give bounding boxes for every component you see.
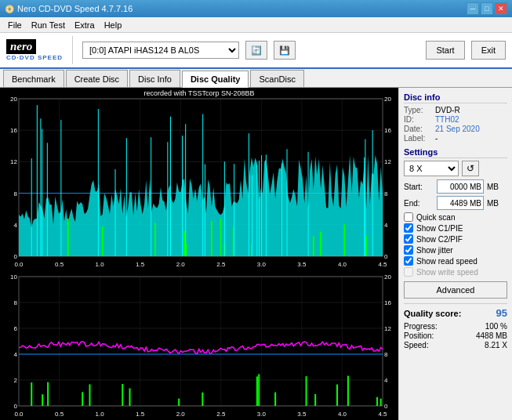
disc-label-row: Label: - <box>404 134 507 143</box>
speed-value: 8.21 X <box>485 341 507 349</box>
type-value: DVD-R <box>435 106 460 114</box>
show-read-speed-checkbox[interactable] <box>404 256 413 266</box>
title-bar-controls: ─ □ ✕ <box>467 2 507 15</box>
drive-refresh-button[interactable]: 🔄 <box>245 41 267 60</box>
tab-bar: Benchmark Create Disc Disc Info Disc Qua… <box>0 69 512 88</box>
show-c2pif-row: Show C2/PIF <box>404 234 507 244</box>
show-c2pif-checkbox[interactable] <box>404 234 413 244</box>
type-label: Type: <box>404 106 434 114</box>
position-value: 4488 MB <box>476 331 507 340</box>
label-value: - <box>435 134 438 143</box>
quality-score-row: Quality score: 95 <box>404 303 507 319</box>
end-label: End: <box>404 199 434 208</box>
quality-score-value: 95 <box>496 307 507 319</box>
speed-row: 8 X 4 X 2 X Max ↺ <box>404 161 507 176</box>
show-write-speed-label: Show write speed <box>416 268 478 277</box>
end-input[interactable] <box>437 196 484 210</box>
start-input[interactable] <box>437 179 484 194</box>
show-jitter-checkbox[interactable] <box>404 245 413 255</box>
show-c1pie-row: Show C1/PIE <box>404 223 507 233</box>
save-button[interactable]: 💾 <box>274 41 296 60</box>
header: nero CD·DVD SPEED [0:0] ATAPI iHAS124 B … <box>0 33 512 69</box>
start-unit: MB <box>487 183 499 191</box>
menu-help[interactable]: Help <box>100 19 127 31</box>
date-value: 21 Sep 2020 <box>435 125 480 133</box>
show-jitter-label: Show jitter <box>416 246 453 255</box>
tab-create-disc[interactable]: Create Disc <box>66 70 128 87</box>
end-row: End: MB <box>404 196 507 210</box>
main-content: Disc info Type: DVD-R ID: TTH02 Date: 21… <box>0 88 512 420</box>
show-read-speed-label: Show read speed <box>416 257 478 266</box>
end-unit: MB <box>487 199 499 208</box>
maximize-button[interactable]: □ <box>481 2 493 15</box>
title-bar-left: 📀 Nero CD-DVD Speed 4.7.7.16 <box>5 4 133 13</box>
show-c1pie-checkbox[interactable] <box>404 223 413 233</box>
quick-scan-checkbox[interactable] <box>404 212 413 222</box>
settings-title: Settings <box>404 147 507 158</box>
disc-type-row: Type: DVD-R <box>404 106 507 114</box>
settings-section: Settings 8 X 4 X 2 X Max ↺ Start: MB End… <box>404 147 507 299</box>
chart-area <box>0 88 398 420</box>
right-panel: Disc info Type: DVD-R ID: TTH02 Date: 21… <box>398 88 512 420</box>
menu-bar: File Run Test Extra Help <box>0 17 512 33</box>
show-write-speed-checkbox[interactable] <box>404 267 413 277</box>
exit-button[interactable]: Exit <box>471 41 506 60</box>
show-c1pie-label: Show C1/PIE <box>416 224 463 233</box>
position-row: Position: 4488 MB <box>404 331 507 340</box>
minimize-button[interactable]: ─ <box>467 2 479 15</box>
quality-score-label: Quality score: <box>404 309 461 318</box>
menu-extra[interactable]: Extra <box>70 19 100 31</box>
start-button[interactable]: Start <box>426 41 464 60</box>
nero-sublogo: CD·DVD SPEED <box>6 54 63 61</box>
speed-row-prog: Speed: 8.21 X <box>404 341 507 349</box>
show-jitter-row: Show jitter <box>404 245 507 255</box>
main-chart-canvas <box>0 88 398 420</box>
label-label: Label: <box>404 134 434 143</box>
progress-label: Progress: <box>404 322 438 331</box>
speed-label: Speed: <box>404 341 429 349</box>
menu-file[interactable]: File <box>3 19 27 31</box>
start-row: Start: MB <box>404 179 507 194</box>
tab-disc-info[interactable]: Disc Info <box>129 70 180 87</box>
disc-date-row: Date: 21 Sep 2020 <box>404 125 507 133</box>
disc-id-row: ID: TTH02 <box>404 115 507 124</box>
id-value: TTH02 <box>435 115 459 124</box>
start-label: Start: <box>404 183 434 191</box>
speed-select[interactable]: 8 X 4 X 2 X Max <box>404 161 459 176</box>
menu-run-test[interactable]: Run Test <box>27 19 70 31</box>
progress-row: Progress: 100 % <box>404 322 507 331</box>
quick-scan-row: Quick scan <box>404 212 507 222</box>
title-bar: 📀 Nero CD-DVD Speed 4.7.7.16 ─ □ ✕ <box>0 0 512 17</box>
tab-scan-disc[interactable]: ScanDisc <box>250 70 303 87</box>
tab-benchmark[interactable]: Benchmark <box>3 70 64 87</box>
advanced-button[interactable]: Advanced <box>404 281 507 299</box>
drive-select[interactable]: [0:0] ATAPI iHAS124 B AL0S <box>82 42 239 59</box>
progress-section: Progress: 100 % Position: 4488 MB Speed:… <box>404 322 507 349</box>
disc-info-title: Disc info <box>404 92 507 103</box>
nero-logo-area: nero CD·DVD SPEED <box>6 39 63 61</box>
settings-refresh-button[interactable]: ↺ <box>462 161 479 176</box>
date-label: Date: <box>404 125 434 133</box>
disc-info-section: Disc info Type: DVD-R ID: TTH02 Date: 21… <box>404 92 507 143</box>
show-read-speed-row: Show read speed <box>404 256 507 266</box>
id-label: ID: <box>404 115 434 124</box>
window-title: Nero CD-DVD Speed 4.7.7.16 <box>17 4 133 13</box>
header-divider <box>72 36 73 64</box>
tab-disc-quality[interactable]: Disc Quality <box>182 71 249 88</box>
nero-logo: nero <box>6 39 36 54</box>
quick-scan-label: Quick scan <box>416 213 455 222</box>
show-write-speed-row: Show write speed <box>404 267 507 277</box>
close-button[interactable]: ✕ <box>495 2 507 15</box>
position-label: Position: <box>404 331 434 340</box>
progress-value: 100 % <box>485 322 507 331</box>
show-c2pif-label: Show C2/PIF <box>416 235 463 244</box>
